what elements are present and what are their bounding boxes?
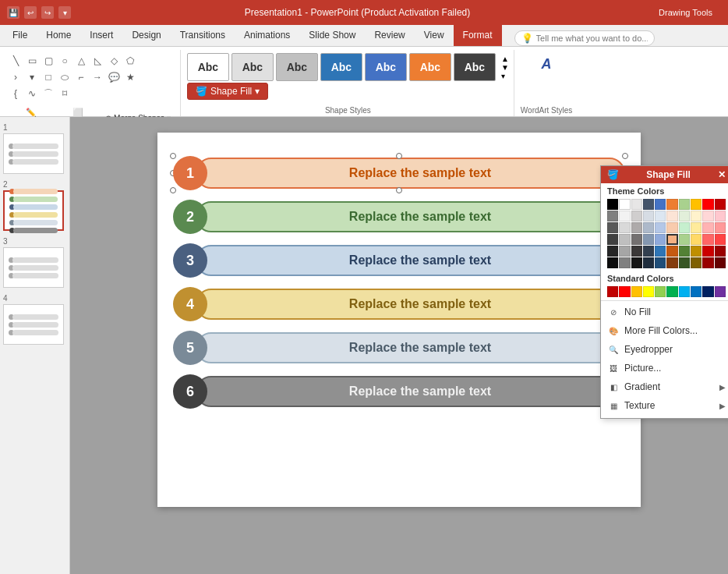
theme-color-3-3[interactable] <box>643 234 654 245</box>
theme-color-1-9[interactable] <box>715 211 726 221</box>
undo-icon[interactable]: ↩ <box>24 6 37 19</box>
theme-color-2-9[interactable] <box>715 222 726 233</box>
theme-color-3-4[interactable] <box>655 234 666 245</box>
shape-chevron[interactable]: › <box>8 69 23 85</box>
std-color-1[interactable] <box>619 286 630 297</box>
theme-color-2-3[interactable] <box>643 222 654 233</box>
shape-fill-button[interactable]: 🪣 Shape Fill ▾ <box>187 83 268 100</box>
theme-color-5-4[interactable] <box>655 257 666 268</box>
theme-color-4-7[interactable] <box>691 246 701 257</box>
shape-arc[interactable]: ⌒ <box>41 86 56 101</box>
step-6-bar[interactable]: Replace the sample text <box>196 376 625 407</box>
theme-color-3-5[interactable] <box>666 234 678 245</box>
styles-expand[interactable]: ▾ <box>501 72 509 80</box>
theme-color-0-8[interactable] <box>702 199 713 210</box>
tab-file[interactable]: File <box>3 24 37 46</box>
theme-color-0-6[interactable] <box>679 199 690 210</box>
shape-line[interactable]: ╲ <box>8 53 23 69</box>
step-1-bar[interactable]: Replace the sample text <box>196 158 625 189</box>
theme-color-5-7[interactable] <box>691 257 701 268</box>
theme-color-1-2[interactable] <box>631 211 642 221</box>
shape-diamond[interactable]: ◇ <box>106 53 122 69</box>
handle-top-right[interactable] <box>622 153 628 159</box>
shape-style-7[interactable]: Abc <box>454 53 496 81</box>
theme-color-4-6[interactable] <box>679 246 690 257</box>
theme-color-5-2[interactable] <box>631 257 642 268</box>
theme-color-5-0[interactable] <box>607 257 618 268</box>
theme-color-4-4[interactable] <box>655 246 666 257</box>
theme-color-5-8[interactable] <box>702 257 713 268</box>
shape-callout[interactable]: 💬 <box>106 69 122 85</box>
theme-color-5-6[interactable] <box>679 257 690 268</box>
handle-top[interactable] <box>396 153 402 159</box>
shape-style-1[interactable]: Abc <box>187 53 229 81</box>
shape-rect[interactable]: ▭ <box>24 53 40 69</box>
theme-color-1-3[interactable] <box>643 211 654 221</box>
std-color-3[interactable] <box>643 286 654 297</box>
picture-item[interactable]: 🖼 Picture... <box>601 359 728 377</box>
shape-corner[interactable]: ⌐ <box>73 69 89 85</box>
theme-color-2-7[interactable] <box>691 222 701 233</box>
theme-color-4-9[interactable] <box>715 246 726 257</box>
step-2-bar[interactable]: Replace the sample text <box>196 201 625 232</box>
theme-color-2-8[interactable] <box>702 222 713 233</box>
shape-square-alt[interactable]: □ <box>41 69 56 85</box>
theme-color-1-1[interactable] <box>619 211 630 221</box>
theme-color-4-2[interactable] <box>631 246 642 257</box>
step-row-1[interactable]: 1 Replace the sample text <box>173 156 625 190</box>
std-color-6[interactable] <box>679 286 690 297</box>
shape-style-6[interactable]: Abc <box>409 53 451 81</box>
std-color-0[interactable] <box>607 286 618 297</box>
step-row-6[interactable]: 6 Replace the sample text <box>173 374 625 409</box>
theme-color-0-5[interactable] <box>666 199 677 210</box>
theme-color-3-2[interactable] <box>631 234 642 245</box>
shape-right-triangle[interactable]: ◺ <box>90 53 105 69</box>
shape-brace[interactable]: { <box>8 86 23 101</box>
styles-scroll-down[interactable]: ▼ <box>501 63 509 72</box>
theme-color-4-8[interactable] <box>702 246 713 257</box>
std-color-4[interactable] <box>655 286 666 297</box>
theme-color-4-5[interactable] <box>666 246 677 257</box>
theme-color-2-6[interactable] <box>679 222 690 233</box>
tell-me-box[interactable]: 💡 <box>514 30 655 46</box>
theme-color-4-3[interactable] <box>643 246 654 257</box>
theme-color-5-3[interactable] <box>643 257 654 268</box>
shape-style-4[interactable]: Abc <box>320 53 362 81</box>
theme-color-1-7[interactable] <box>691 211 701 221</box>
theme-color-2-5[interactable] <box>666 222 677 233</box>
tab-insert[interactable]: Insert <box>80 24 122 46</box>
shape-curve[interactable]: ∿ <box>24 86 40 101</box>
theme-color-1-0[interactable] <box>607 211 618 221</box>
theme-color-0-4[interactable] <box>655 199 666 210</box>
theme-color-5-1[interactable] <box>619 257 630 268</box>
redo-icon[interactable]: ↪ <box>41 6 54 19</box>
texture-item[interactable]: ▦ Texture ▶ <box>601 396 728 415</box>
theme-color-2-1[interactable] <box>619 222 630 233</box>
wordart-A-button[interactable]: A <box>534 51 559 76</box>
theme-color-3-7[interactable] <box>691 234 701 245</box>
tab-view[interactable]: View <box>415 24 454 46</box>
styles-scroll-up[interactable]: ▲ <box>501 55 509 63</box>
std-color-7[interactable] <box>691 286 701 297</box>
theme-color-1-6[interactable] <box>679 211 690 221</box>
step-5-bar[interactable]: Replace the sample text <box>196 332 625 363</box>
theme-color-3-0[interactable] <box>607 234 618 245</box>
theme-color-5-5[interactable] <box>666 257 677 268</box>
theme-color-3-9[interactable] <box>715 234 726 245</box>
shape-arrow[interactable]: → <box>90 69 105 85</box>
std-color-9[interactable] <box>715 286 726 297</box>
no-fill-item[interactable]: ⊘ No Fill <box>601 303 728 321</box>
step-row-2[interactable]: 2 Replace the sample text <box>173 200 625 234</box>
customize-icon[interactable]: ▾ <box>58 6 71 19</box>
std-color-8[interactable] <box>702 286 713 297</box>
theme-color-0-0[interactable] <box>607 199 618 210</box>
shape-circle[interactable]: ○ <box>57 53 72 69</box>
std-color-2[interactable] <box>631 286 642 297</box>
theme-color-1-4[interactable] <box>655 211 666 221</box>
shape-rounded-rect[interactable]: ▢ <box>41 53 56 69</box>
tab-design[interactable]: Design <box>122 24 170 46</box>
shape-drop[interactable]: ⌑ <box>57 86 72 101</box>
theme-color-0-2[interactable] <box>631 199 642 210</box>
theme-color-1-5[interactable] <box>666 211 677 221</box>
theme-color-1-8[interactable] <box>702 211 713 221</box>
